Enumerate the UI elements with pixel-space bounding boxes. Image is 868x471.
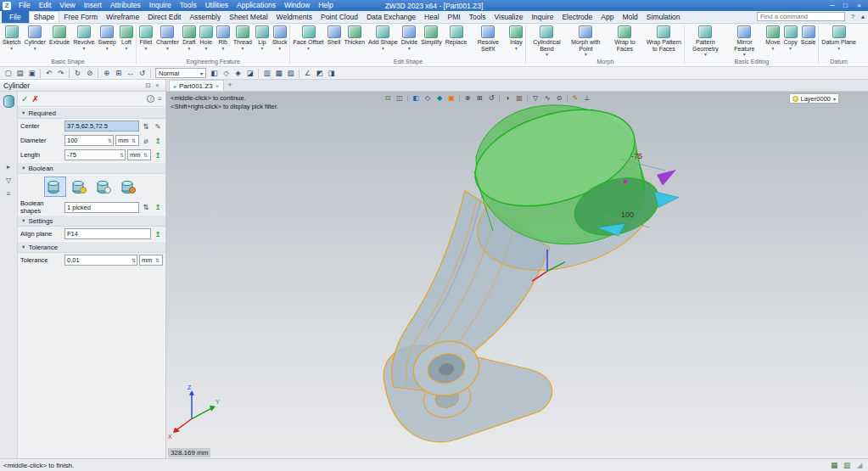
ribbon-tab-tools[interactable]: Tools: [465, 11, 490, 23]
regen-icon[interactable]: ↻: [72, 68, 83, 79]
point-filter-icon[interactable]: ⊙: [554, 93, 564, 103]
background-style-icon[interactable]: ▩: [514, 93, 524, 103]
iso-view-icon[interactable]: ◆: [434, 93, 445, 103]
maximize-button[interactable]: □: [839, 1, 852, 10]
ribbon-tab-mold[interactable]: Mold: [618, 11, 641, 23]
ribbon-tab-sheet-metal[interactable]: Sheet Metal: [225, 11, 272, 23]
boolean-shapes-input[interactable]: [64, 202, 139, 213]
diameter-input[interactable]: ⇅: [64, 135, 114, 146]
section-settings[interactable]: ▼Settings: [18, 215, 165, 227]
zoom-fit-icon[interactable]: ⊕: [462, 93, 473, 103]
display-mode-combo[interactable]: Normal▾: [155, 68, 206, 78]
tool-mirror-feature-button[interactable]: Mirror Feature▾: [725, 25, 764, 57]
entity-filter-icon[interactable]: ▽: [530, 93, 540, 103]
front-view-icon[interactable]: ▣: [446, 93, 456, 103]
tool-rib-button[interactable]: Rib▾: [215, 25, 232, 51]
select-face-icon[interactable]: ◫: [395, 93, 405, 103]
tool-sweep-button[interactable]: Sweep▾: [97, 25, 118, 51]
new-tab-button[interactable]: +: [224, 80, 235, 91]
options-icon[interactable]: ≡: [158, 95, 162, 103]
tool-resolve-selfx-button[interactable]: Resolve SelfX: [468, 25, 507, 57]
minimize-button[interactable]: ─: [826, 1, 838, 10]
length-value[interactable]: [65, 151, 120, 159]
menu-help[interactable]: Help: [314, 0, 337, 11]
rotate-view-icon[interactable]: ↺: [137, 68, 148, 79]
command-search[interactable]: [757, 12, 845, 21]
tolerance-value[interactable]: [65, 256, 132, 264]
panel-dock-icon[interactable]: ⊡: [143, 81, 153, 89]
resize-grip-icon[interactable]: ◢: [854, 461, 865, 469]
diameter-icon[interactable]: ⌀: [141, 136, 151, 146]
minimize-ribbon-icon[interactable]: ▴: [858, 11, 868, 22]
purple-drag-arrow[interactable]: [657, 170, 676, 186]
zoom-window-icon[interactable]: ⊞: [113, 68, 124, 79]
viewport-canvas[interactable]: -75 100 Z: [166, 92, 868, 458]
viewport-canvas-area[interactable]: -75 100 Z: [166, 92, 868, 458]
tab-close-icon[interactable]: ×: [216, 82, 220, 90]
curve-filter-icon[interactable]: ∿: [542, 93, 552, 103]
open-file-icon[interactable]: ▤: [14, 68, 25, 79]
center-value[interactable]: [65, 122, 138, 130]
ribbon-tab-visualize[interactable]: Visualize: [490, 11, 528, 23]
show-history-icon[interactable]: ▥: [842, 461, 852, 469]
tool-replace-button[interactable]: Replace: [444, 25, 469, 51]
tool-fillet-button[interactable]: Fillet▾: [137, 25, 154, 51]
ribbon-tab-wireframe[interactable]: Wireframe: [102, 11, 143, 23]
wire-cube-icon[interactable]: ◇: [423, 93, 433, 103]
menu-utilities[interactable]: Utilities: [201, 0, 232, 11]
value-spinner-icon[interactable]: ⇅: [132, 257, 137, 263]
point-picker-icon[interactable]: ✎: [153, 121, 163, 132]
display-mode-icon[interactable]: ◑: [502, 93, 512, 103]
tool-datum-plane-button[interactable]: Datum Plane▾: [820, 25, 857, 51]
tool-pattern-geometry-button[interactable]: Pattern Geometry▾: [686, 25, 725, 57]
shaded-cube-icon[interactable]: ◧: [411, 93, 421, 103]
tool-extrude-button[interactable]: Extrude: [48, 25, 71, 51]
perspective-mode-icon[interactable]: ◪: [244, 68, 255, 79]
align-plane-value[interactable]: [65, 230, 150, 238]
boolean-shapes-value[interactable]: [65, 204, 138, 211]
pick-filter-icon[interactable]: ▽: [3, 176, 14, 186]
document-tab[interactable]: ▸ Part001.Z3 ×: [169, 80, 224, 91]
cylinder-command-icon[interactable]: [3, 95, 14, 108]
csys-toggle-icon[interactable]: ⊥: [582, 93, 592, 103]
section-tolerance[interactable]: ▼Tolerance: [18, 241, 165, 253]
tool-morph-with-point-button[interactable]: Morph with Point▾: [566, 25, 605, 57]
new-file-icon[interactable]: ▢: [3, 68, 14, 79]
ribbon-tab-free-form[interactable]: Free Form: [59, 11, 102, 23]
menu-edit[interactable]: Edit: [35, 0, 56, 11]
tool-add-shape-button[interactable]: Add Shape▾: [367, 25, 400, 51]
ok-button[interactable]: ✓: [21, 94, 28, 104]
tool-hole-button[interactable]: Hole▾: [198, 25, 215, 51]
input-mode-icon[interactable]: ▸: [3, 162, 14, 172]
pick-arrow-icon[interactable]: ↥: [153, 229, 163, 239]
section-view-icon[interactable]: ◩: [314, 68, 325, 79]
tool-copy-button[interactable]: Copy▾: [781, 25, 798, 51]
value-spinner-icon[interactable]: ⇅: [108, 137, 113, 143]
length-dimension[interactable]: -75: [631, 152, 642, 160]
cyan-drag-arrow-right[interactable]: [654, 192, 679, 208]
diameter-unit-select[interactable]: mm⇅: [115, 135, 139, 146]
appearance-icon[interactable]: ◨: [326, 68, 337, 79]
close-button[interactable]: ×: [853, 1, 865, 10]
menu-view[interactable]: View: [55, 0, 79, 11]
panel-close-icon[interactable]: ×: [153, 81, 162, 89]
align-plane-input[interactable]: [64, 228, 151, 239]
tool-draft-button[interactable]: Draft▾: [181, 25, 198, 51]
ribbon-tab-point-cloud[interactable]: Point Cloud: [316, 11, 362, 23]
tool-inlay-button[interactable]: Inlay▾: [507, 25, 524, 51]
tool-shell-button[interactable]: Shell: [326, 25, 343, 51]
tool-divide-button[interactable]: Divide▾: [400, 25, 419, 51]
ribbon-tab-simulation[interactable]: Simulation: [642, 11, 685, 23]
ribbon-tab-assembly[interactable]: Assembly: [185, 11, 225, 23]
info-icon[interactable]: i: [147, 95, 154, 103]
tool-cylindrical-bend-button[interactable]: Cylindrical Bend▾: [527, 25, 566, 57]
tool-scale-button[interactable]: Scale: [799, 25, 818, 51]
tolerance-unit-select[interactable]: mm⇅: [139, 255, 163, 266]
sketch-mode-icon[interactable]: ✎: [570, 93, 580, 103]
layer-combo-caret-icon[interactable]: ▾: [833, 96, 836, 102]
layer-combo[interactable]: Layer0000 ▾: [789, 93, 839, 104]
tool-chamfer-button[interactable]: Chamfer▾: [154, 25, 181, 51]
menu-insert[interactable]: Insert: [80, 0, 106, 11]
ribbon-tab-electrode[interactable]: Electrode: [557, 11, 596, 23]
tool-thicken-button[interactable]: Thicken: [343, 25, 367, 51]
